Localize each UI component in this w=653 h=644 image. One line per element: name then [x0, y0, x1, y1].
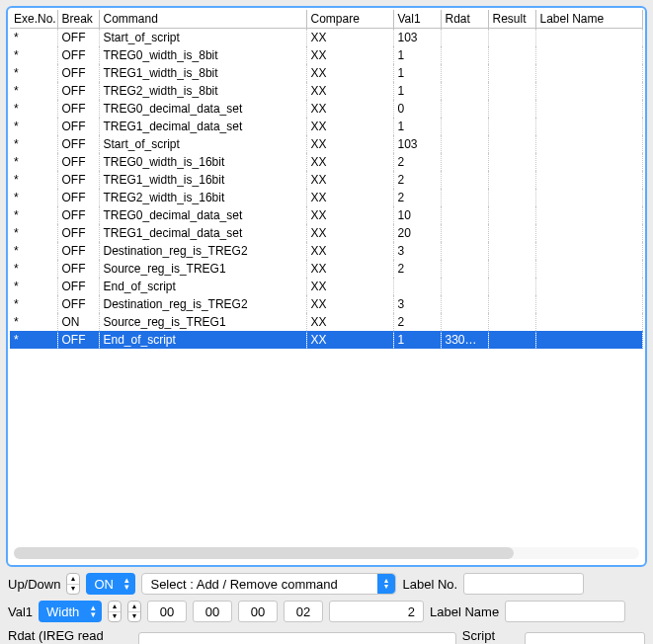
cell-exe[interactable]: * [10, 135, 57, 153]
cell-break[interactable]: OFF [57, 171, 99, 189]
cell-result[interactable] [488, 153, 535, 171]
hex1-input[interactable] [193, 601, 232, 622]
cell-result[interactable] [488, 118, 535, 135]
cell-break[interactable]: OFF [57, 29, 99, 47]
cell-rdat[interactable] [441, 189, 488, 206]
cell-val1[interactable]: 20 [393, 224, 441, 242]
cell-break[interactable]: OFF [57, 82, 99, 100]
cell-val1[interactable]: 3 [393, 295, 441, 313]
col-label[interactable]: Label Name [535, 10, 643, 29]
cell-command[interactable]: TREG1_width_is_16bit [99, 171, 306, 189]
cell-label[interactable] [535, 82, 643, 100]
cell-label[interactable] [535, 260, 643, 278]
command-select[interactable]: Select : Add / Remove command ▴▾ [141, 573, 396, 595]
cell-rdat[interactable] [441, 82, 488, 100]
cell-compare[interactable]: XX [306, 206, 393, 224]
cell-exe[interactable]: * [10, 189, 57, 206]
cell-compare[interactable]: XX [306, 29, 393, 47]
cell-rdat[interactable] [441, 118, 488, 135]
col-exeno[interactable]: Exe.No. [10, 10, 57, 29]
cell-label[interactable] [535, 295, 643, 313]
cell-rdat[interactable] [441, 313, 488, 331]
col-val1[interactable]: Val1 [393, 10, 441, 29]
updown-stepper[interactable]: ▴▾ [66, 573, 80, 595]
cell-exe[interactable]: * [10, 29, 57, 47]
cell-command[interactable]: TREG2_width_is_16bit [99, 189, 306, 206]
table-row[interactable]: *OFFTREG1_width_is_16bitXX2 [10, 171, 643, 189]
script-table[interactable]: Exe.No. Break Command Compare Val1 Rdat … [10, 10, 643, 349]
cell-val1[interactable]: 1 [393, 64, 441, 82]
cell-val1[interactable]: 1 [393, 46, 441, 64]
hex2-input[interactable] [238, 601, 278, 622]
cell-label[interactable] [535, 153, 643, 171]
cell-rdat[interactable] [441, 242, 488, 260]
cell-exe[interactable]: * [10, 295, 57, 313]
cell-rdat[interactable] [441, 278, 488, 295]
cell-command[interactable]: TREG0_width_is_8bit [99, 46, 306, 64]
cell-command[interactable]: TREG2_width_is_8bit [99, 82, 306, 100]
cell-result[interactable] [488, 171, 535, 189]
cell-val1[interactable]: 10 [393, 206, 441, 224]
cell-val1[interactable] [393, 278, 441, 295]
cell-compare[interactable]: XX [306, 82, 393, 100]
cell-rdat[interactable] [441, 46, 488, 64]
cell-exe[interactable]: * [10, 278, 57, 295]
cell-label[interactable] [535, 29, 643, 47]
cell-exe[interactable]: * [10, 224, 57, 242]
cell-label[interactable] [535, 224, 643, 242]
cell-exe[interactable]: * [10, 64, 57, 82]
table-row[interactable]: *OFFTREG0_width_is_8bitXX1 [10, 46, 643, 64]
cell-label[interactable] [535, 135, 643, 153]
cell-result[interactable] [488, 206, 535, 224]
cell-result[interactable] [488, 278, 535, 295]
table-row[interactable]: *OFFEnd_of_scriptXX [10, 278, 643, 295]
col-compare[interactable]: Compare [306, 10, 393, 29]
cell-command[interactable]: Destination_reg_is_TREG2 [99, 295, 306, 313]
cell-result[interactable] [488, 64, 535, 82]
cell-result[interactable] [488, 313, 535, 331]
horizontal-scrollbar-thumb[interactable] [14, 547, 514, 559]
table-header-row[interactable]: Exe.No. Break Command Compare Val1 Rdat … [10, 10, 643, 29]
hex3-input[interactable] [284, 601, 323, 622]
cell-compare[interactable]: XX [306, 260, 393, 278]
cell-val1[interactable]: 103 [393, 135, 441, 153]
script-table-scroll[interactable]: Exe.No. Break Command Compare Val1 Rdat … [10, 10, 643, 545]
cell-val1[interactable]: 2 [393, 153, 441, 171]
cell-break[interactable]: OFF [57, 64, 99, 82]
cell-val1[interactable]: 3 [393, 242, 441, 260]
cell-label[interactable] [535, 242, 643, 260]
col-result[interactable]: Result [488, 10, 535, 29]
cell-exe[interactable]: * [10, 260, 57, 278]
cell-val1[interactable]: 2 [393, 171, 441, 189]
cell-exe[interactable]: * [10, 206, 57, 224]
cell-val1[interactable]: 2 [393, 260, 441, 278]
table-row[interactable]: *OFFTREG2_width_is_16bitXX2 [10, 189, 643, 206]
cell-val1[interactable]: 1 [393, 82, 441, 100]
cell-val1[interactable]: 2 [393, 313, 441, 331]
cell-compare[interactable]: XX [306, 171, 393, 189]
horizontal-scrollbar[interactable] [14, 547, 639, 559]
cell-label[interactable] [535, 189, 643, 206]
col-command[interactable]: Command [99, 10, 306, 29]
cell-break[interactable]: ON [57, 313, 99, 331]
cell-val1[interactable]: 1 [393, 118, 441, 135]
cell-compare[interactable]: XX [306, 295, 393, 313]
cell-label[interactable] [535, 46, 643, 64]
cell-command[interactable]: TREG0_decimal_data_set [99, 100, 306, 118]
labelno-input[interactable] [463, 573, 584, 595]
cell-rdat[interactable] [441, 153, 488, 171]
cell-command[interactable]: Destination_reg_is_TREG2 [99, 242, 306, 260]
cell-rdat[interactable]: 330… [441, 331, 488, 349]
table-row[interactable]: *OFFDestination_reg_is_TREG2XX3 [10, 242, 643, 260]
width-select[interactable]: Width ▴▾ [39, 601, 102, 622]
cell-label[interactable] [535, 64, 643, 82]
cell-compare[interactable]: XX [306, 153, 393, 171]
table-row[interactable]: *OFFTREG1_decimal_data_setXX20 [10, 224, 643, 242]
cell-result[interactable] [488, 82, 535, 100]
cell-rdat[interactable] [441, 100, 488, 118]
cell-exe[interactable]: * [10, 46, 57, 64]
col-break[interactable]: Break [57, 10, 99, 29]
cell-result[interactable] [488, 242, 535, 260]
cell-compare[interactable]: XX [306, 242, 393, 260]
cell-break[interactable]: OFF [57, 278, 99, 295]
